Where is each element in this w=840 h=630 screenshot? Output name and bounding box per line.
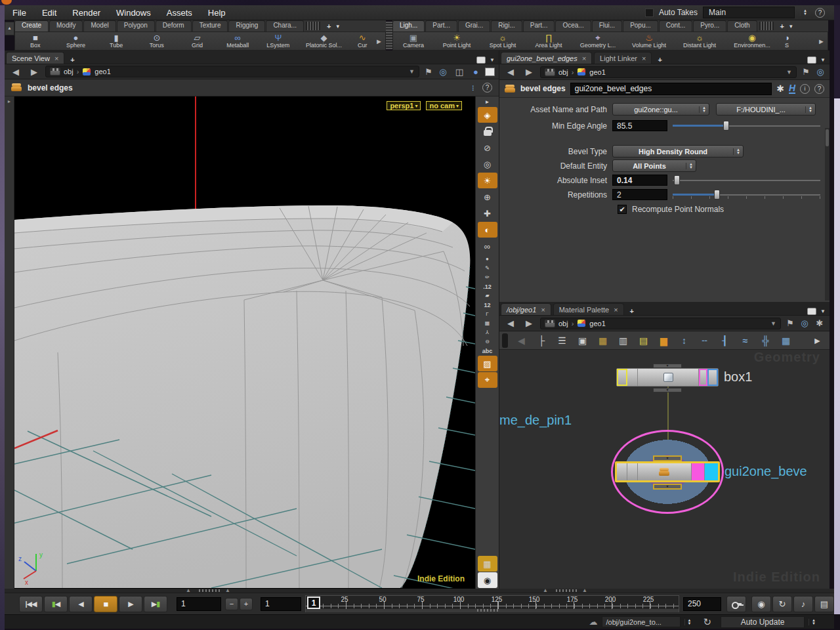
snap-mode-icon[interactable]: ◫: [452, 67, 467, 77]
shelf-menu-icon[interactable]: ▾: [336, 23, 339, 30]
tool-platonic[interactable]: ◆Platonic Sol...: [299, 33, 350, 49]
group-display-icon[interactable]: ▦: [478, 319, 497, 327]
align-nodes-icon[interactable]: ┨: [715, 333, 734, 348]
view-tool-icon[interactable]: ◈: [478, 107, 497, 123]
breadcrumb-node[interactable]: geo1: [94, 68, 110, 75]
pane-menu-icon[interactable]: ▼: [490, 57, 495, 63]
brush-icon[interactable]: ✎: [478, 264, 497, 272]
follow-selection-icon[interactable]: ◎: [815, 67, 826, 77]
add-light-icon[interactable]: ⊕: [478, 189, 497, 205]
tab-network[interactable]: /obj/geo1×: [501, 303, 551, 315]
new-tab-button[interactable]: +: [652, 56, 667, 64]
default-entity-dropdown[interactable]: All Points▲▼: [612, 159, 696, 172]
recook-icon[interactable]: ↻: [703, 616, 711, 628]
shelf-menu-icon[interactable]: ▾: [789, 23, 793, 30]
shelf-tab-oceans[interactable]: Ocea...: [555, 20, 591, 32]
node-output-connector[interactable]: ▾: [653, 484, 682, 490]
menu-edit[interactable]: Edit: [34, 6, 64, 20]
shelf-tab-create[interactable]: Create: [14, 20, 49, 32]
breadcrumb-dropdown-icon[interactable]: ▼: [409, 68, 415, 75]
new-tab-button[interactable]: +: [65, 56, 79, 64]
node-input-connector[interactable]: ▾: [653, 455, 682, 461]
menu-assets[interactable]: Assets: [159, 6, 200, 20]
network-canvas[interactable]: Geometry Indie Edition ▾ ▾ box1 me_de_pi…: [499, 350, 830, 589]
shelf-tab-lights[interactable]: Ligh...: [392, 20, 425, 32]
handles-icon[interactable]: ⌖: [478, 372, 497, 388]
sticky-note-icon[interactable]: ▤: [634, 333, 653, 348]
headlight-icon[interactable]: ☀: [478, 173, 497, 188]
bevel-icon[interactable]: [505, 85, 516, 93]
absolute-inset-field[interactable]: 0.14: [612, 175, 667, 186]
shelf-tab-particlefluids[interactable]: Part...: [523, 20, 555, 32]
op-detail-icon[interactable]: ⁝: [472, 83, 474, 93]
shelf-tab-grains[interactable]: Grai...: [458, 20, 490, 32]
hide-unselected-icon[interactable]: ⊘: [478, 140, 497, 156]
tool-spot-light[interactable]: ☼Spot Light: [480, 33, 526, 49]
shelf-tab-particles[interactable]: Part...: [425, 20, 457, 32]
forward-icon[interactable]: ▶: [522, 67, 536, 77]
move-light-icon[interactable]: ✚: [478, 205, 497, 221]
min-edge-angle-field[interactable]: 85.5: [612, 120, 667, 131]
forward-icon[interactable]: ▶: [522, 318, 536, 328]
pane-layout-icon[interactable]: [476, 56, 486, 64]
shelf-tab-deform[interactable]: Deform: [156, 20, 192, 32]
take-menu[interactable]: Main: [703, 7, 795, 18]
normals-icon[interactable]: ⅄: [478, 328, 497, 337]
tool-camera[interactable]: ▣Camera: [393, 33, 434, 49]
display-flag[interactable]: [705, 463, 718, 480]
toolbar-expand-icon[interactable]: ►: [478, 98, 497, 106]
min-edge-angle-slider[interactable]: [673, 120, 820, 131]
absolute-inset-slider[interactable]: [673, 175, 820, 186]
toolbar-scroll-handle[interactable]: [502, 333, 508, 348]
gear-icon[interactable]: ✱: [814, 318, 826, 328]
houdini-badge-icon[interactable]: H: [789, 84, 795, 94]
digital-asset-icon[interactable]: ▆: [654, 333, 673, 348]
camera-menu[interactable]: no cam▾: [426, 101, 462, 110]
node-output-connector[interactable]: ▾: [653, 388, 682, 392]
pane-layout-icon[interactable]: [807, 56, 816, 64]
tree-view-icon[interactable]: ├: [532, 333, 551, 348]
node-box1[interactable]: [616, 368, 719, 387]
shelf-scroll-right-icon[interactable]: ►: [818, 37, 828, 45]
shelf-add-icon[interactable]: +: [327, 22, 331, 30]
tab-scene-view[interactable]: Scene View×: [6, 52, 64, 64]
collapse-arrow-icon[interactable]: ▲: [5, 22, 14, 35]
show-grid-icon[interactable]: ▦: [776, 333, 795, 348]
tool-grid[interactable]: ▱Grid: [177, 33, 218, 49]
template-flag[interactable]: [617, 369, 627, 386]
snapshot-eye-icon[interactable]: ◉: [478, 572, 497, 588]
shelf-tab-character[interactable]: Chara...: [266, 20, 304, 32]
snap-grid-icon[interactable]: ╬: [756, 333, 775, 348]
node-help-icon[interactable]: ?: [814, 84, 824, 94]
breadcrumb-dropdown-icon[interactable]: ▼: [786, 69, 792, 75]
pane-menu-icon[interactable]: ▼: [820, 57, 826, 63]
highlight-flag[interactable]: [699, 369, 707, 386]
tool-geometry-light[interactable]: ⌖Geometry L...: [572, 33, 624, 49]
gear-icon[interactable]: ✱: [776, 83, 784, 94]
text-overlay-icon[interactable]: abc: [478, 346, 497, 355]
shading-mode-icon[interactable]: ◐: [478, 222, 497, 238]
shelf-tab-containers[interactable]: Cont...: [659, 20, 692, 32]
tool-volume-light[interactable]: ♨Volume Light: [624, 33, 674, 49]
breadcrumb-node[interactable]: geo1: [589, 320, 605, 327]
breadcrumb-node[interactable]: geo1: [589, 68, 605, 76]
scroll-left-icon[interactable]: ◀: [512, 333, 531, 348]
lock-icon[interactable]: [478, 123, 497, 139]
timeline-ruler[interactable]: 25 50 75 100 125 150 175 200 225 1: [305, 595, 679, 612]
follow-selection-icon[interactable]: ◎: [799, 318, 810, 328]
shelf-tab-populate[interactable]: Popu...: [623, 20, 658, 32]
layout-single-icon[interactable]: [485, 68, 495, 76]
close-icon[interactable]: ×: [582, 54, 586, 62]
shelf-tab-rigid[interactable]: Rigi...: [491, 20, 522, 32]
forward-icon[interactable]: ▶: [27, 67, 41, 77]
help-icon[interactable]: ?: [815, 8, 825, 18]
shelf-tab-rigging[interactable]: Rigging: [228, 20, 265, 32]
tool-sphere[interactable]: ●Sphere: [56, 33, 96, 49]
current-op-label[interactable]: bevel edges: [28, 83, 73, 93]
status-path-field[interactable]: /obj/gui2one_to...: [602, 616, 681, 627]
play-button[interactable]: ▶: [119, 596, 142, 612]
node-gui2one-bevel[interactable]: [615, 461, 720, 482]
playbar-display-button[interactable]: ▤: [814, 596, 834, 612]
shelf-scroll-right-icon[interactable]: ►: [375, 37, 385, 45]
decrement-button[interactable]: −: [225, 598, 238, 610]
